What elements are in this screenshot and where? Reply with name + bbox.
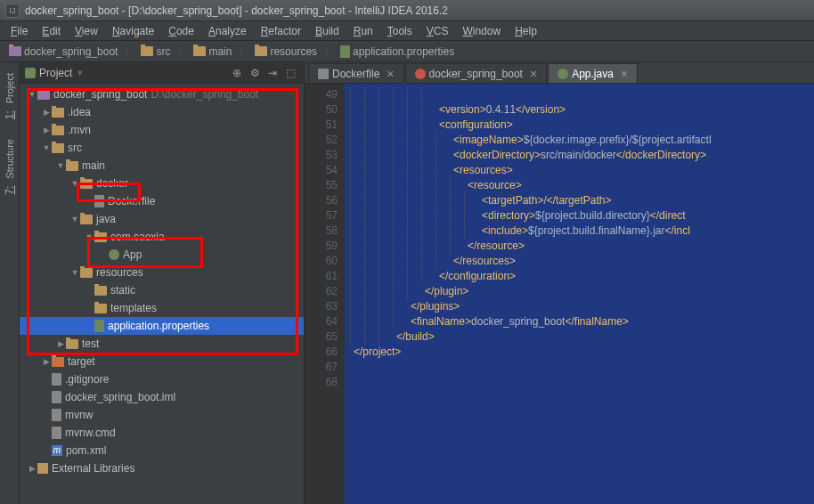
menu-navigate[interactable]: Navigate [105,23,161,39]
tree-item[interactable]: ▶test [20,335,304,353]
tree-label: .idea [68,106,91,118]
code-content[interactable]: <version>0.4.11</version><configuration>… [345,84,814,504]
tree-item[interactable]: ▶External Libraries [20,459,304,477]
code-line[interactable]: </resource> [350,239,814,254]
code-line[interactable]: <directory>${project.build.directory}</d… [350,208,814,224]
close-icon[interactable]: × [530,67,537,81]
tree-item[interactable]: Dockerfile [20,192,304,210]
menu-window[interactable]: Window [455,23,508,39]
tree-item[interactable]: mvnw [20,406,304,424]
hide-icon[interactable]: ⬚ [282,65,298,81]
collapse-icon[interactable]: ⇥ [265,65,281,81]
line-number: 65 [305,329,338,345]
editor-tab[interactable]: Dockerfile× [308,63,404,83]
menu-edit[interactable]: Edit [35,23,68,39]
expand-arrow[interactable]: ▼ [27,90,37,99]
expand-arrow[interactable]: ▶ [55,339,66,348]
sidetab-project[interactable]: 1: Project [3,69,17,125]
expand-arrow[interactable]: ▼ [55,161,66,170]
folder-icon [80,268,93,278]
menu-tools[interactable]: Tools [380,23,419,39]
code-editor[interactable]: 4950515253545556575859606162636465666768… [305,84,814,504]
tree-label: mvnw [65,409,93,421]
menu-run[interactable]: Run [346,23,380,39]
code-line[interactable]: </configuration> [350,269,814,284]
tree-item[interactable]: ▶.mvn [20,121,304,139]
tree-item[interactable]: ▼src [20,139,304,157]
menu-analyze[interactable]: Analyze [201,23,254,39]
tree-item[interactable]: ▶.idea [20,103,304,121]
expand-arrow[interactable]: ▼ [69,215,80,224]
code-line[interactable]: <finalName>docker_spring_boot</finalName… [350,314,814,329]
code-line[interactable]: <include>${project.build.finalName}.jar<… [350,224,814,239]
expand-arrow[interactable]: ▶ [27,464,37,473]
menu-refactor[interactable]: Refactor [254,23,308,39]
code-line[interactable]: <imageName>${docker.image.prefix}/${proj… [350,133,814,148]
code-line[interactable]: <resources> [350,163,814,178]
code-line[interactable]: <resource> [350,178,814,193]
breadcrumb-item[interactable]: resources [251,45,321,59]
breadcrumb-item[interactable]: main [190,45,235,59]
menu-build[interactable]: Build [308,23,346,39]
tree-label: com.caoxia [110,231,165,243]
target-icon[interactable]: ⊕ [229,65,245,81]
code-line[interactable]: <configuration> [350,118,814,133]
tree-item[interactable]: ▼java [20,210,304,228]
code-line[interactable]: <targetPath>/</targetPath> [350,193,814,208]
editor-tab[interactable]: App.java× [548,63,638,83]
line-number: 49 [305,87,338,102]
menu-file[interactable]: File [4,23,35,39]
tree-item[interactable]: ▼docker_spring_bootD:\docker_spring_boot [20,85,304,103]
expand-arrow[interactable]: ▶ [41,357,52,366]
code-line[interactable]: </build> [350,329,814,345]
mvn-icon [415,69,426,79]
tree-item[interactable]: ▼main [20,157,304,175]
tree-item[interactable]: templates [20,299,304,317]
expand-arrow[interactable]: ▶ [41,126,52,134]
folder-icon [94,286,107,296]
tree-item[interactable]: ▼docker [20,175,304,192]
breadcrumb-item[interactable]: docker_spring_boot [5,45,121,59]
tree-item[interactable]: ▼com.caoxia [20,228,304,246]
tree-item[interactable]: mvnw.cmd [20,424,304,442]
menu-code[interactable]: Code [161,23,201,39]
tree-item[interactable]: .gitignore [20,370,304,388]
code-line[interactable]: </project> [350,345,814,360]
tree-item[interactable]: mpom.xml [20,442,304,459]
tree-item[interactable]: application.properties [20,317,304,335]
folder-icon [80,179,93,189]
menu-help[interactable]: Help [508,23,544,39]
code-line[interactable] [350,87,814,102]
file-icon [94,195,104,207]
breadcrumb-item[interactable]: src [137,45,174,59]
expand-arrow[interactable]: ▶ [41,108,52,117]
tree-label: main [82,159,105,172]
close-icon[interactable]: × [387,67,394,81]
menu-view[interactable]: View [68,23,105,39]
tree-item[interactable]: ▼resources [20,264,304,281]
code-line[interactable]: </plugin> [350,284,814,299]
tree-item[interactable]: App [20,246,304,264]
tree-label: docker_spring_boot [53,88,147,101]
expand-arrow[interactable]: ▼ [69,179,80,188]
expand-arrow[interactable]: ▼ [69,268,80,277]
code-line[interactable]: </plugins> [350,299,814,314]
tree-item[interactable]: static [20,281,304,299]
gear-icon[interactable]: ⚙ [247,65,263,81]
editor-tab[interactable]: docker_spring_boot× [405,63,548,83]
tree-item[interactable]: ▶target [20,353,304,370]
sidetab-structure[interactable]: 7: Structure [3,135,17,200]
close-icon[interactable]: × [621,67,628,81]
tree-label: application.properties [108,320,209,332]
breadcrumb-item[interactable]: application.properties [337,45,458,59]
expand-arrow[interactable]: ▼ [41,143,52,152]
code-line[interactable]: <dockerDirectory>src/main/docker</docker… [350,148,814,163]
tree-item[interactable]: docker_spring_boot.iml [20,388,304,406]
expand-arrow[interactable]: ▼ [84,232,94,241]
code-line[interactable]: <version>0.4.11</version> [350,102,814,118]
line-number: 63 [305,299,338,314]
file-icon [52,391,61,403]
chevron-down-icon[interactable]: ▼ [76,69,84,77]
code-line[interactable]: </resources> [350,254,814,269]
menu-vcs[interactable]: VCS [419,23,456,39]
